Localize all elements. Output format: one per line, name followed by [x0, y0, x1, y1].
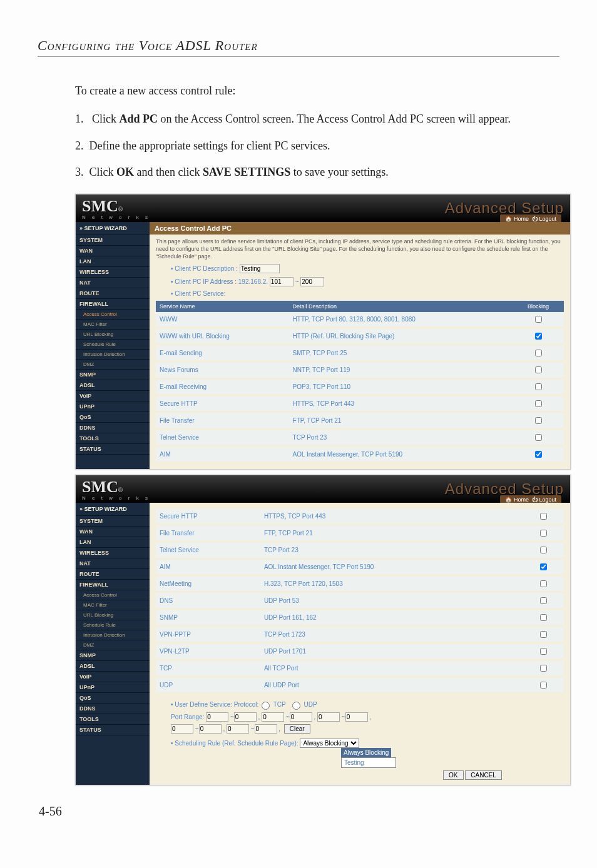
service-name-cell: WWW	[156, 312, 289, 328]
port-from-input[interactable]	[227, 724, 249, 734]
sidebar-item[interactable]: VoIP	[76, 672, 150, 682]
blocking-checkbox[interactable]	[535, 417, 542, 424]
sidebar-item[interactable]: » SETUP WIZARD	[76, 222, 150, 235]
sidebar-item[interactable]: TOOLS	[76, 433, 150, 444]
sidebar-item[interactable]: DDNS	[76, 423, 150, 433]
sidebar-item[interactable]: LAN	[76, 256, 150, 267]
sidebar-item[interactable]: WIRELESS	[76, 267, 150, 278]
port-to-input[interactable]	[290, 712, 312, 722]
blocking-checkbox[interactable]	[540, 513, 547, 520]
blocking-checkbox[interactable]	[540, 665, 547, 672]
sidebar-item[interactable]: Access Control	[76, 590, 150, 600]
sidebar-item[interactable]: FIREWALL	[76, 580, 150, 590]
blocking-checkbox[interactable]	[535, 350, 542, 356]
sidebar-item[interactable]: NAT	[76, 558, 150, 569]
protocol-udp-radio[interactable]	[292, 702, 300, 710]
sidebar-item[interactable]: Intrusion Detection	[76, 350, 150, 360]
blocking-checkbox[interactable]	[540, 580, 547, 587]
sidebar-item[interactable]: SNMP	[76, 650, 150, 661]
protocol-tcp-radio[interactable]	[262, 702, 270, 710]
sidebar-item[interactable]: ADSL	[76, 380, 150, 391]
cancel-button[interactable]: CANCEL	[465, 770, 502, 780]
blocking-checkbox[interactable]	[540, 530, 547, 537]
blocking-checkbox[interactable]	[540, 547, 547, 553]
port-to-input[interactable]	[234, 712, 257, 722]
blocking-checkbox[interactable]	[535, 451, 542, 458]
port-from-input[interactable]	[171, 724, 193, 734]
sidebar-item[interactable]: URL Blocking	[76, 610, 150, 620]
sidebar-item[interactable]: NAT	[76, 278, 150, 288]
blocking-checkbox[interactable]	[535, 366, 542, 373]
sidebar-item[interactable]: UPnP	[76, 682, 150, 693]
sidebar-item[interactable]: Schedule Rule	[76, 620, 150, 630]
clear-button[interactable]: Clear	[284, 724, 310, 734]
sidebar-item[interactable]: MAC Filter	[76, 600, 150, 610]
sidebar-item[interactable]: DMZ	[76, 640, 150, 650]
port-to-input[interactable]	[199, 724, 222, 734]
sidebar-item[interactable]: Access Control	[76, 310, 150, 320]
sidebar-item[interactable]: LAN	[76, 537, 150, 548]
sidebar-item[interactable]: MAC Filter	[76, 320, 150, 330]
scheduling-select[interactable]: Always Blocking	[300, 739, 359, 748]
sidebar-item[interactable]: SNMP	[76, 370, 150, 380]
service-name-cell: VPN-L2TP	[156, 643, 260, 660]
blocking-cell	[522, 558, 564, 575]
detail-desc-cell: AOL Instant Messenger, TCP Port 5190	[289, 446, 513, 463]
service-name-cell: Telnet Service	[156, 429, 289, 446]
sidebar-item[interactable]: QoS	[76, 412, 150, 423]
blocking-checkbox[interactable]	[540, 563, 547, 570]
sidebar-item[interactable]: STATUS	[76, 725, 150, 735]
blocking-cell	[513, 395, 564, 412]
sidebar-item[interactable]: DDNS	[76, 704, 150, 714]
sidebar-item[interactable]: FIREWALL	[76, 299, 150, 310]
blocking-cell	[513, 361, 564, 378]
sidebar-item[interactable]: Schedule Rule	[76, 340, 150, 350]
blocking-checkbox[interactable]	[535, 383, 542, 390]
sidebar-item[interactable]: SYSTEM	[76, 516, 150, 527]
detail-desc-cell: H.323, TCP Port 1720, 1503	[260, 575, 522, 592]
sidebar-item[interactable]: TOOLS	[76, 714, 150, 725]
port-from-input[interactable]	[206, 712, 228, 722]
blocking-checkbox[interactable]	[535, 333, 542, 340]
blocking-checkbox[interactable]	[540, 648, 547, 655]
blocking-checkbox[interactable]	[535, 316, 542, 323]
sidebar-item[interactable]: » SETUP WIZARD	[76, 503, 150, 516]
sidebar-item[interactable]: QoS	[76, 693, 150, 704]
sidebar-item[interactable]: SYSTEM	[76, 235, 150, 246]
sidebar-item[interactable]: WAN	[76, 246, 150, 256]
sidebar-item[interactable]: ROUTE	[76, 288, 150, 299]
port-from-input[interactable]	[317, 712, 340, 722]
sidebar-item[interactable]: UPnP	[76, 401, 150, 412]
blocking-checkbox[interactable]	[540, 631, 547, 638]
port-to-input[interactable]	[255, 724, 277, 734]
blocking-cell	[522, 609, 564, 626]
port-from-input[interactable]	[262, 712, 284, 722]
blocking-checkbox[interactable]	[540, 597, 547, 604]
col-detail-desc: Detail Description	[289, 301, 513, 312]
detail-desc-cell: HTTP, TCP Port 80, 3128, 8000, 8001, 808…	[289, 312, 513, 328]
ip-from-input[interactable]	[270, 277, 293, 286]
sidebar-item[interactable]: WAN	[76, 527, 150, 537]
ok-button[interactable]: OK	[443, 770, 463, 780]
detail-desc-cell: UDP Port 53	[260, 592, 522, 609]
blocking-checkbox[interactable]	[535, 400, 542, 407]
sidebar-item[interactable]: VoIP	[76, 391, 150, 401]
blocking-cell	[513, 446, 564, 463]
sidebar-item[interactable]: DMZ	[76, 360, 150, 370]
client-pc-desc-input[interactable]	[240, 264, 280, 273]
blocking-checkbox[interactable]	[540, 682, 547, 689]
sidebar-item[interactable]: ROUTE	[76, 569, 150, 580]
port-to-input[interactable]	[345, 712, 368, 722]
sidebar-item[interactable]: STATUS	[76, 444, 150, 455]
ip-to-input[interactable]	[300, 277, 324, 286]
blocking-checkbox[interactable]	[535, 434, 542, 441]
blocking-checkbox[interactable]	[540, 614, 547, 621]
sidebar-item[interactable]: WIRELESS	[76, 548, 150, 558]
blocking-cell	[522, 592, 564, 609]
service-name-cell: Secure HTTP	[156, 509, 260, 525]
sidebar-item[interactable]: Intrusion Detection	[76, 630, 150, 640]
sidebar-item[interactable]: URL Blocking	[76, 330, 150, 340]
panel-description: This page allows users to define service…	[156, 238, 564, 260]
blocking-cell	[522, 542, 564, 558]
sidebar-item[interactable]: ADSL	[76, 661, 150, 672]
